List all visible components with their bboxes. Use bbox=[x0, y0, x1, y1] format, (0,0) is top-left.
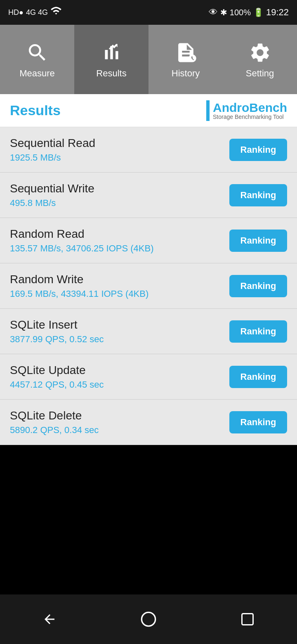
battery-text: 100% bbox=[230, 8, 251, 17]
bench-value-sequential-write: 495.8 MB/s bbox=[10, 198, 94, 208]
bench-name-sqlite-delete: SQLite Delete bbox=[10, 409, 99, 422]
bench-value-sqlite-insert: 3877.99 QPS, 0.52 sec bbox=[10, 334, 104, 345]
home-button[interactable] bbox=[136, 607, 161, 632]
bench-info-random-write: Random Write 169.5 MB/s, 43394.11 IOPS (… bbox=[10, 273, 148, 299]
status-right-icons: 👁 ✱ 100% 🔋 19:22 bbox=[209, 7, 289, 18]
bench-name-random-read: Random Read bbox=[10, 227, 154, 241]
status-bar: HD● 4G 4G 👁 ✱ 100% 🔋 19:22 bbox=[0, 0, 297, 25]
main-content: Results AndroBench Storage Benchmarking … bbox=[0, 94, 297, 445]
bench-row-sqlite-delete: SQLite Delete 5890.2 QPS, 0.34 sec Ranki… bbox=[0, 400, 297, 445]
ranking-btn-sqlite-update[interactable]: Ranking bbox=[229, 366, 287, 388]
tab-measure[interactable]: Measure bbox=[0, 25, 74, 94]
tab-setting[interactable]: Setting bbox=[223, 25, 297, 94]
nav-tabs: Measure Results History Setting bbox=[0, 25, 297, 94]
logo-main: AndroBench bbox=[213, 102, 287, 114]
bench-value-sqlite-update: 4457.12 QPS, 0.45 sec bbox=[10, 379, 104, 390]
bench-name-sqlite-update: SQLite Update bbox=[10, 364, 104, 377]
time-display: 19:22 bbox=[266, 7, 289, 18]
results-title: Results bbox=[10, 102, 61, 118]
ranking-btn-sqlite-insert[interactable]: Ranking bbox=[229, 320, 287, 343]
svg-point-1 bbox=[141, 612, 155, 626]
setting-icon bbox=[248, 40, 272, 65]
bench-info-sequential-read: Sequential Read 1925.5 MB/s bbox=[10, 137, 95, 163]
battery-icon: 🔋 bbox=[253, 7, 264, 17]
bench-name-sequential-write: Sequential Write bbox=[10, 182, 94, 195]
bench-name-sqlite-insert: SQLite Insert bbox=[10, 318, 104, 331]
status-left-icons: HD● 4G 4G bbox=[8, 7, 62, 18]
bench-info-sqlite-update: SQLite Update 4457.12 QPS, 0.45 sec bbox=[10, 364, 104, 390]
svg-rect-2 bbox=[242, 614, 253, 625]
measure-icon bbox=[25, 40, 50, 65]
svg-point-0 bbox=[189, 54, 196, 62]
network-icons: 4G 4G bbox=[26, 8, 48, 17]
back-button[interactable] bbox=[37, 607, 62, 632]
eye-icon: 👁 bbox=[209, 7, 218, 18]
ranking-btn-random-read[interactable]: Ranking bbox=[229, 230, 287, 252]
ranking-btn-sequential-read[interactable]: Ranking bbox=[229, 139, 287, 161]
logo-bar bbox=[206, 100, 210, 121]
bench-info-random-read: Random Read 135.57 MB/s, 34706.25 IOPS (… bbox=[10, 227, 154, 254]
bench-value-random-read: 135.57 MB/s, 34706.25 IOPS (4KB) bbox=[10, 243, 154, 254]
ranking-btn-sequential-write[interactable]: Ranking bbox=[229, 184, 287, 206]
hd-icon: HD● bbox=[8, 8, 24, 17]
bench-name-sequential-read: Sequential Read bbox=[10, 137, 95, 150]
bench-value-sequential-read: 1925.5 MB/s bbox=[10, 152, 95, 163]
bench-name-random-write: Random Write bbox=[10, 273, 148, 286]
bench-info-sqlite-delete: SQLite Delete 5890.2 QPS, 0.34 sec bbox=[10, 409, 99, 436]
recents-button[interactable] bbox=[235, 607, 260, 632]
bench-info-sqlite-insert: SQLite Insert 3877.99 QPS, 0.52 sec bbox=[10, 318, 104, 345]
tab-setting-label: Setting bbox=[246, 68, 274, 79]
bottom-nav bbox=[0, 594, 297, 644]
logo-andro: Andro bbox=[213, 101, 249, 114]
bench-row-random-write: Random Write 169.5 MB/s, 43394.11 IOPS (… bbox=[0, 263, 297, 309]
bench-row-random-read: Random Read 135.57 MB/s, 34706.25 IOPS (… bbox=[0, 218, 297, 263]
bench-info-sequential-write: Sequential Write 495.8 MB/s bbox=[10, 182, 94, 208]
ranking-btn-sqlite-delete[interactable]: Ranking bbox=[229, 411, 287, 433]
tab-measure-label: Measure bbox=[19, 68, 55, 79]
bench-value-sqlite-delete: 5890.2 QPS, 0.34 sec bbox=[10, 425, 99, 436]
tab-history[interactable]: History bbox=[148, 25, 223, 94]
results-icon bbox=[99, 40, 124, 65]
tab-history-label: History bbox=[172, 68, 200, 79]
bluetooth-icon: ✱ bbox=[220, 7, 227, 17]
logo-sub: Storage Benchmarking Tool bbox=[213, 114, 287, 120]
logo-bench: Bench bbox=[249, 101, 287, 114]
bench-row-sqlite-insert: SQLite Insert 3877.99 QPS, 0.52 sec Rank… bbox=[0, 309, 297, 354]
history-icon bbox=[173, 40, 198, 65]
androbench-logo: AndroBench Storage Benchmarking Tool bbox=[206, 100, 287, 121]
bench-row-sequential-read: Sequential Read 1925.5 MB/s Ranking bbox=[0, 127, 297, 173]
logo-text: AndroBench Storage Benchmarking Tool bbox=[213, 102, 287, 120]
bench-row-sequential-write: Sequential Write 495.8 MB/s Ranking bbox=[0, 173, 297, 218]
wifi-icon bbox=[50, 7, 62, 18]
bench-row-sqlite-update: SQLite Update 4457.12 QPS, 0.45 sec Rank… bbox=[0, 354, 297, 400]
results-header: Results AndroBench Storage Benchmarking … bbox=[0, 94, 297, 127]
tab-results-label: Results bbox=[96, 68, 126, 79]
tab-results[interactable]: Results bbox=[74, 25, 148, 94]
ranking-btn-random-write[interactable]: Ranking bbox=[229, 275, 287, 297]
bench-value-random-write: 169.5 MB/s, 43394.11 IOPS (4KB) bbox=[10, 289, 148, 299]
